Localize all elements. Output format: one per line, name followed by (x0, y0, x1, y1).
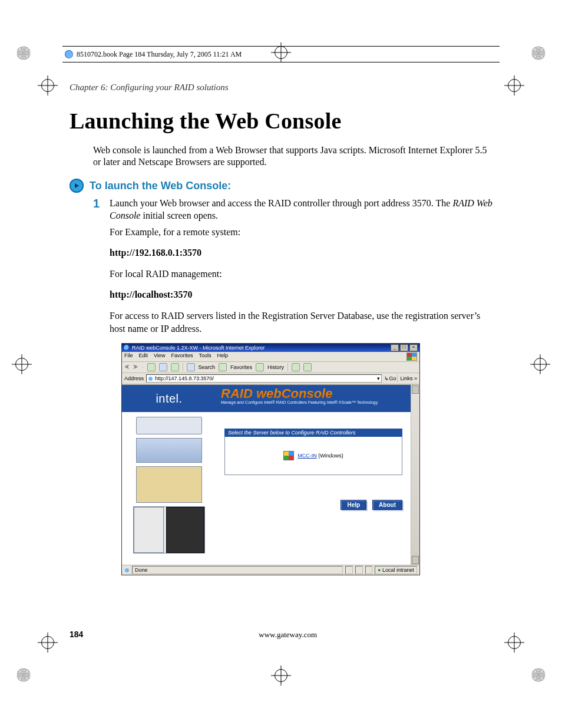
book-icon (65, 50, 73, 58)
menu-edit[interactable]: Edit (139, 353, 148, 361)
page-icon (148, 376, 153, 381)
back-button[interactable]: ⮜ (124, 364, 130, 370)
play-icon (70, 179, 84, 193)
about-button[interactable]: About (372, 500, 402, 510)
search-icon[interactable] (187, 363, 195, 371)
forward-button[interactable]: ⮞ (133, 364, 138, 370)
page-number: 184 (70, 630, 83, 639)
minimize-button[interactable]: _ (391, 344, 399, 351)
page-icon (124, 568, 130, 573)
example-url-local: http://localhost:3570 (110, 288, 492, 301)
crop-mark (504, 75, 524, 95)
close-button[interactable]: × (409, 344, 418, 351)
brand-tagline: Manage and Configure Intel® RAID Control… (221, 400, 406, 404)
server-image-motherboard (136, 466, 202, 503)
ie-icon (124, 345, 130, 351)
print-ornament (16, 668, 31, 682)
address-bar: Address http://147.145.8.73:3570/ ▾ ↳Go … (122, 373, 419, 384)
footer-url: www.gateway.com (83, 630, 492, 640)
crop-mark (271, 666, 291, 686)
crop-mark (12, 354, 32, 374)
registration-note: For access to RAID servers listed in the… (110, 309, 492, 335)
print-icon[interactable] (303, 363, 312, 371)
favorites-icon[interactable] (219, 363, 227, 371)
example-label: For Example, for a remote system: (110, 226, 492, 239)
go-button[interactable]: ↳Go (384, 375, 395, 381)
status-spacer (365, 566, 373, 574)
status-text: Done (132, 566, 343, 574)
running-header-text: 8510702.book Page 184 Thursday, July 7, … (77, 50, 242, 59)
status-spacer (355, 566, 363, 574)
local-label: For local RAID management: (110, 268, 492, 281)
menu-tools[interactable]: Tools (199, 353, 211, 361)
address-label: Address (124, 375, 144, 381)
print-ornament (16, 46, 31, 60)
window-titlebar: RAID webConsole 1.2X-XW - Microsoft Inte… (122, 344, 419, 352)
maximize-button[interactable]: □ (400, 344, 408, 351)
step-text-tail: initial screen opens. (140, 210, 218, 220)
page-footer: 184 www.gateway.com (70, 630, 492, 640)
home-icon[interactable] (171, 363, 179, 371)
toolbar-history-label[interactable]: History (267, 364, 284, 370)
server-list: MCC-IN (Windows) (224, 437, 402, 475)
toolbar-favorites-label[interactable]: Favorites (230, 364, 252, 370)
status-bar: Done ● Local intranet (122, 565, 419, 575)
page-title: Launching the Web Console (70, 108, 492, 134)
print-ornament (531, 46, 546, 60)
server-image-rack (136, 417, 202, 434)
chapter-line: Chapter 6: Configuring your RAID solutio… (70, 83, 492, 93)
crop-mark (530, 354, 550, 374)
links-label[interactable]: Links » (400, 375, 417, 381)
server-image-blade (136, 438, 202, 463)
crop-mark (504, 633, 524, 653)
print-ornament (531, 668, 546, 682)
help-button[interactable]: Help (340, 500, 366, 510)
menu-help[interactable]: Help (217, 353, 228, 361)
server-image-tower (133, 506, 205, 554)
status-spacer (345, 566, 353, 574)
step-text-lead: Launch your Web browser and access the R… (110, 198, 452, 208)
menu-file[interactable]: File (124, 353, 133, 361)
screenshot-raid-web-console: RAID webConsole 1.2X-XW - Microsoft Inte… (121, 343, 420, 575)
intro-paragraph: Web console is launched from a Web Brows… (93, 144, 492, 168)
example-url-remote: http://192.168.0.1:3570 (110, 246, 492, 259)
brand-intel-logo: intel. (122, 385, 216, 412)
step-number: 1 (93, 197, 101, 222)
crop-mark (38, 633, 58, 653)
window-title: RAID webConsole 1.2X-XW - Microsoft Inte… (132, 345, 265, 351)
server-gallery (122, 412, 216, 565)
zone-icon: ● (378, 567, 382, 573)
menu-view[interactable]: View (154, 353, 165, 361)
step-text: Launch your Web browser and access the R… (110, 197, 492, 222)
panel-title: Select the Server below to Configure RAI… (224, 429, 402, 437)
running-header: 8510702.book Page 184 Thursday, July 7, … (62, 46, 500, 62)
svg-marker-0 (75, 183, 79, 188)
server-link[interactable]: MCC-IN (297, 453, 317, 459)
mail-icon[interactable] (292, 363, 300, 371)
refresh-icon[interactable] (159, 363, 167, 371)
status-zone: ● Local intranet (375, 566, 417, 574)
server-icon (283, 451, 294, 460)
server-os-suffix: (Windows) (317, 453, 343, 459)
history-icon[interactable] (256, 363, 264, 371)
procedure-heading: To launch the Web Console: (90, 180, 231, 192)
toolbar-search-label[interactable]: Search (199, 364, 216, 370)
address-value: http://147.145.8.73:3570/ (155, 375, 214, 382)
vertical-scrollbar[interactable] (411, 385, 419, 565)
menu-bar: File Edit View Favorites Tools Help (122, 352, 419, 362)
toolbar: ⮜ ⮞ · Search Favorites History (122, 362, 419, 373)
menu-favorites[interactable]: Favorites (171, 353, 193, 361)
crop-mark (38, 75, 58, 95)
windows-logo-icon (406, 353, 417, 361)
address-input[interactable]: http://147.145.8.73:3570/ ▾ (146, 374, 382, 383)
step-1: 1 Launch your Web browser and access the… (93, 197, 492, 222)
brand-product-logo: RAID webConsole (221, 387, 406, 400)
stop-icon[interactable] (147, 363, 156, 371)
